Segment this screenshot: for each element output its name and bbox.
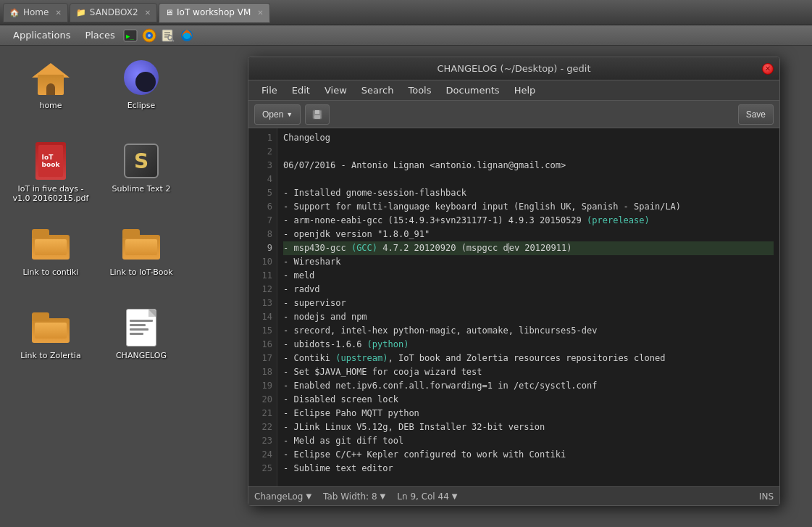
- code-line-4: [283, 173, 774, 186]
- tab-iot[interactable]: 🖥 IoT workshop VM ✕: [159, 3, 270, 22]
- pdf-inner: IoTbook: [38, 145, 63, 177]
- sublime-icon-label: Sublime Text 2: [112, 184, 171, 194]
- eclipse-icon-label: Eclipse: [127, 101, 156, 110]
- line-num-25: 25: [248, 462, 277, 476]
- svg-point-4: [148, 34, 151, 37]
- desktop-icon-iotbook-link[interactable]: Link to IoT-Book: [98, 220, 185, 299]
- menubar-places[interactable]: Places: [78, 28, 122, 43]
- contiki-folder-shape: [32, 229, 70, 260]
- firefox-icon[interactable]: [179, 28, 195, 43]
- desktop: home Eclipse IoTbook IoT in five days - …: [0, 46, 246, 527]
- desktop-icon-zolertia[interactable]: Link to Zolertia: [7, 303, 94, 383]
- changelog-file-lines: [127, 310, 156, 340]
- desktop-icon-home[interactable]: home: [7, 53, 94, 133]
- gedit-window: CHANGELOG (~/Desktop) - gedit ✕ File Edi…: [248, 57, 780, 506]
- line-num-23: 23: [248, 434, 277, 448]
- changelog-icon-label: CHANGELOG: [116, 351, 167, 360]
- sublime-shape: S: [124, 144, 159, 178]
- tab-sandbox[interactable]: 📁 SANDBOX2 ✕: [70, 3, 157, 22]
- line-num-1: 1: [248, 131, 277, 145]
- changelog-file-shape: [126, 309, 156, 347]
- statusbar-position[interactable]: Ln 9, Col 44 ▼: [397, 491, 457, 502]
- line-num-17: 17: [248, 352, 277, 365]
- menu-search[interactable]: Search: [354, 83, 401, 98]
- save-icon-btn[interactable]: [305, 104, 330, 125]
- open-dropdown-icon: ▼: [286, 111, 293, 118]
- desktop-icon-iotbook[interactable]: IoTbook IoT in five days - v1.0 20160215…: [7, 136, 94, 216]
- line-num-15: 15: [248, 324, 277, 338]
- save-button[interactable]: Save: [738, 104, 774, 125]
- line-num-7: 7: [248, 214, 277, 228]
- cursor: [508, 243, 509, 253]
- statusbar-tabwidth-label: Tab Width: 8: [323, 491, 377, 502]
- code-line-1: Changelog: [283, 131, 774, 145]
- statusbar-mode: INS: [759, 491, 774, 502]
- code-line-24: - Eclipse C/C++ Kepler configured to wor…: [283, 448, 774, 462]
- menu-file[interactable]: File: [254, 83, 285, 98]
- prerelease-text: (prerelease): [587, 215, 650, 225]
- code-line-16: - ubidots-1.6.6 (python): [283, 338, 774, 352]
- desktop-icon-changelog[interactable]: CHANGELOG: [98, 303, 185, 383]
- eclipse-inner: [135, 72, 156, 92]
- home-folder-shape: [33, 60, 68, 95]
- iotbook-link-icon-label: Link to IoT-Book: [109, 267, 172, 277]
- iotbook-icon-label: IoT in five days - v1.0 20160215.pdf: [11, 184, 91, 203]
- menu-documents[interactable]: Documents: [439, 83, 507, 98]
- desktop-icon-sublime[interactable]: S Sublime Text 2: [98, 136, 185, 216]
- gedit-close-button[interactable]: ✕: [762, 63, 774, 75]
- svg-rect-15: [314, 115, 320, 119]
- tab-iot-close[interactable]: ✕: [257, 9, 263, 17]
- iotbook-link-folder-shape: [122, 229, 160, 260]
- code-line-25: - Sublime text editor: [283, 462, 774, 476]
- sublime-icon-img: S: [122, 142, 160, 180]
- desktop-icon-contiki[interactable]: Link to contiki: [7, 220, 94, 299]
- zolertia-icon-img: [32, 309, 70, 347]
- statusbar-position-arrow: ▼: [452, 492, 458, 500]
- line-num-4: 4: [248, 173, 277, 186]
- menu-view[interactable]: View: [317, 83, 354, 98]
- browser-icon-1[interactable]: [141, 28, 157, 43]
- contiki-icon-img: [32, 225, 70, 263]
- line-num-11: 11: [248, 269, 277, 283]
- code-line-5: - Installed gnome-session-flashback: [283, 186, 774, 200]
- line-num-3: 3: [248, 159, 277, 173]
- iotbook-link-icon-img: [122, 225, 160, 263]
- statusbar-tabwidth[interactable]: Tab Width: 8 ▼: [323, 491, 385, 502]
- text-line-3: [130, 328, 148, 331]
- code-line-13: - supervisor: [283, 296, 774, 310]
- gedit-menubar: File Edit View Search Tools Documents He…: [248, 80, 779, 101]
- menubar-applications[interactable]: Applications: [6, 28, 78, 43]
- text-line-2: [130, 324, 146, 326]
- code-line-14: - nodejs and npm: [283, 310, 774, 324]
- upstream-text: (upstream): [335, 353, 388, 363]
- desktop-icon-eclipse[interactable]: Eclipse: [98, 53, 185, 133]
- line-num-21: 21: [248, 407, 277, 420]
- menu-help[interactable]: Help: [507, 83, 543, 98]
- line-num-20: 20: [248, 393, 277, 407]
- code-line-23: - Meld as git diff tool: [283, 434, 774, 448]
- home-icon-label: home: [39, 101, 62, 110]
- contiki-icon-label: Link to contiki: [22, 267, 78, 277]
- editor-content-area[interactable]: Changelog 06/07/2016 - Antonio Lignan <a…: [277, 128, 779, 486]
- open-button[interactable]: Open ▼: [254, 104, 301, 125]
- code-line-3: 06/07/2016 - Antonio Lignan <antonio.lig…: [283, 159, 774, 173]
- tab-sandbox-close[interactable]: ✕: [145, 9, 151, 17]
- changelog-icon-img: [122, 309, 160, 347]
- tab-home-close[interactable]: ✕: [55, 9, 61, 17]
- line-num-13: 13: [248, 296, 277, 310]
- statusbar-file[interactable]: ChangeLog ▼: [254, 491, 311, 502]
- tab-sandbox-label: SANDBOX2: [90, 7, 138, 17]
- gedit-toolbar: Open ▼ Save: [248, 101, 779, 128]
- iot-tab-icon: 🖥: [165, 8, 173, 17]
- eclipse-icon-img: [122, 59, 160, 96]
- zolertia-folder-shape: [32, 312, 70, 343]
- menu-tools[interactable]: Tools: [401, 83, 438, 98]
- menu-edit[interactable]: Edit: [285, 83, 317, 98]
- tab-home[interactable]: 🏠 Home ✕: [3, 3, 68, 22]
- gedit-titlebar: CHANGELOG (~/Desktop) - gedit ✕: [248, 57, 779, 80]
- line-num-19: 19: [248, 379, 277, 393]
- gedit-editor[interactable]: 1 2 3 4 5 6 7 8 9 10 11 12 13 14 15 16 1…: [248, 128, 779, 486]
- terminal-icon[interactable]: ▶_: [122, 28, 138, 43]
- editor-icon[interactable]: [160, 28, 176, 43]
- home-icon-img: [32, 59, 70, 96]
